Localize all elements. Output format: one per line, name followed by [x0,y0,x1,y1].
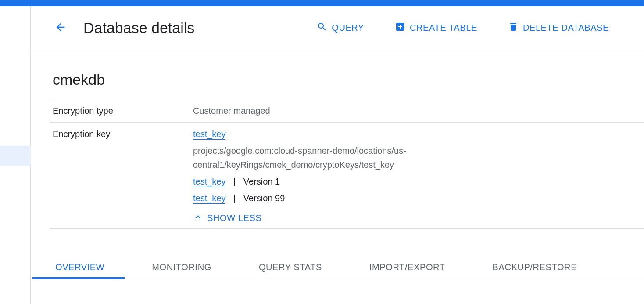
tab-import-export[interactable]: IMPORT/EXPORT [367,256,448,279]
key-version-link[interactable]: test_key [193,176,225,187]
encryption-key-link[interactable]: test_key [193,129,225,140]
properties-table: Encryption type Customer managed Encrypt… [50,99,644,229]
create-table-button-label: CREATE TABLE [410,23,477,33]
delete-database-button-label: DELETE DATABASE [523,23,609,33]
tab-query-stats[interactable]: QUERY STATS [256,256,325,279]
show-less-label: SHOW LESS [207,213,261,223]
key-version-row: test_key | Version 1 [193,174,626,188]
separator: | [233,193,236,203]
top-blue-bar [0,0,644,6]
tab-overview[interactable]: OVERVIEW [53,256,107,279]
arrow-left-icon [54,21,67,35]
plus-box-icon [395,22,405,34]
search-icon [317,22,327,34]
show-less-button[interactable]: SHOW LESS [193,212,261,224]
tabs: OVERVIEW MONITORING QUERY STATS IMPORT/E… [50,256,644,279]
create-table-button[interactable]: CREATE TABLE [395,22,477,34]
back-button[interactable] [50,18,71,39]
header-bar: Database details QUERY CREATE TABLE [31,6,644,50]
label-encryption-type: Encryption type [50,99,193,123]
key-version-label: Version 1 [243,177,280,186]
key-version-link[interactable]: test_key [193,193,225,204]
label-encryption-key: Encryption key [50,123,193,229]
separator: | [233,177,236,186]
row-encryption-key: Encryption key test_key projects/google.… [50,123,644,229]
trash-icon [508,22,519,34]
key-version-label: Version 99 [243,193,285,203]
value-encryption-type: Customer managed [193,99,644,123]
tab-monitoring[interactable]: MONITORING [149,256,214,279]
tab-backup-restore[interactable]: BACKUP/RESTORE [490,256,580,279]
key-version-row: test_key | Version 99 [193,191,626,205]
database-name: cmekdb [50,71,644,88]
encryption-key-path: projects/google.com:cloud-spanner-demo/l… [193,144,491,172]
page-title: Database details [83,19,194,36]
left-nav-collapsed [0,6,31,304]
chevron-up-icon [193,212,203,224]
row-encryption-type: Encryption type Customer managed [50,99,644,123]
query-button-label: QUERY [332,23,364,33]
delete-database-button[interactable]: DELETE DATABASE [508,22,609,34]
query-button[interactable]: QUERY [317,22,364,34]
